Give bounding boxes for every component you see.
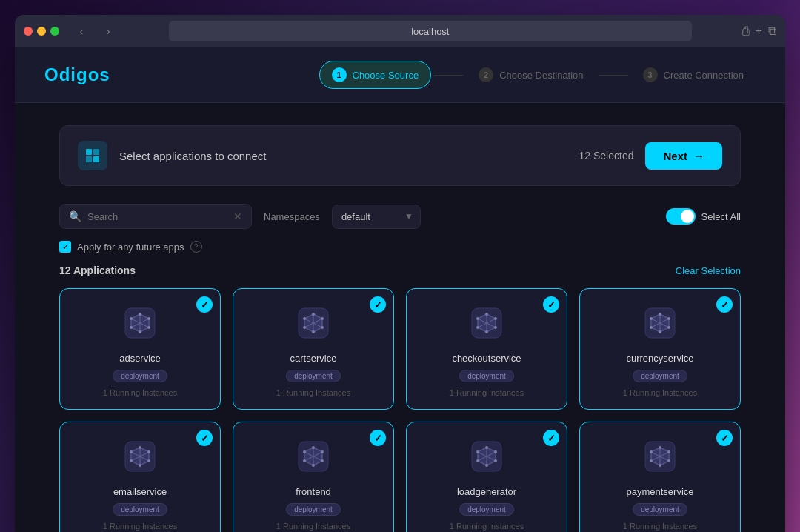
svg-point-56 xyxy=(667,450,670,453)
step-choose-source[interactable]: 1 Choose Source xyxy=(319,61,432,89)
svg-point-59 xyxy=(667,459,670,462)
svg-point-41 xyxy=(303,450,306,453)
app-name: loadgenerator xyxy=(457,486,516,497)
app-header: Odigos 1 Choose Source 2 Choose Destinat… xyxy=(15,47,785,103)
main-content: Select applications to connect 12 Select… xyxy=(15,103,785,532)
next-label: Next xyxy=(663,150,687,162)
svg-point-8 xyxy=(139,330,141,333)
app-badge: deployment xyxy=(633,503,687,516)
search-clear-icon[interactable]: ✕ xyxy=(233,210,242,222)
app-name: frontend xyxy=(296,486,331,497)
svg-point-52 xyxy=(494,459,497,462)
app-badge: deployment xyxy=(113,370,167,382)
search-box: 🔍 ✕ xyxy=(59,204,252,229)
app-instances: 1 Running Instances xyxy=(623,388,697,397)
namespace-select[interactable]: default kube-system monitoring xyxy=(332,205,421,229)
add-tab-icon[interactable]: + xyxy=(756,24,762,38)
minimize-button[interactable] xyxy=(37,27,46,36)
app-icon-wrapper xyxy=(294,437,333,479)
svg-point-33 xyxy=(139,446,141,449)
app-card[interactable]: ✓ paymentservice deployment 1 Running In… xyxy=(579,422,741,532)
search-icon: 🔍 xyxy=(69,210,81,222)
svg-point-9 xyxy=(130,326,133,329)
app-instances: 1 Running Instances xyxy=(623,522,697,531)
app-logo: Odigos xyxy=(44,64,110,85)
app-instances: 1 Running Instances xyxy=(103,522,177,531)
forward-button[interactable]: › xyxy=(98,21,119,41)
svg-point-24 xyxy=(494,326,497,329)
next-button[interactable]: Next → xyxy=(645,142,722,170)
filters-row: 🔍 ✕ Namespaces default kube-system monit… xyxy=(59,204,741,229)
svg-point-51 xyxy=(476,459,479,462)
check-badge: ✓ xyxy=(716,430,733,446)
svg-point-27 xyxy=(650,317,653,320)
step-1-label: Choose Source xyxy=(353,70,419,81)
svg-point-16 xyxy=(303,326,306,329)
search-input[interactable] xyxy=(87,211,227,222)
selection-text: Select applications to connect xyxy=(119,150,567,162)
clear-selection-link[interactable]: Clear Selection xyxy=(676,265,741,276)
svg-rect-3 xyxy=(93,156,99,162)
app-card[interactable]: ✓ frontend deployment 1 Running Instance… xyxy=(233,422,394,532)
svg-point-48 xyxy=(476,450,479,453)
step-create-connection[interactable]: 3 Create Connection xyxy=(631,61,756,88)
svg-point-58 xyxy=(650,459,653,462)
namespace-label: Namespaces xyxy=(264,211,320,222)
app-instances: 1 Running Instances xyxy=(450,522,524,531)
traffic-lights xyxy=(24,27,59,36)
app-badge: deployment xyxy=(459,370,514,382)
svg-point-23 xyxy=(476,326,479,329)
apps-count: 12 Applications xyxy=(59,265,136,276)
close-button[interactable] xyxy=(24,27,33,36)
svg-point-37 xyxy=(130,459,133,462)
svg-point-29 xyxy=(659,330,661,333)
svg-point-45 xyxy=(321,459,324,462)
app-instances: 1 Running Instances xyxy=(450,388,524,397)
step-1-number: 1 xyxy=(332,67,347,82)
maximize-button[interactable] xyxy=(50,27,59,36)
app-badge: deployment xyxy=(633,370,687,382)
app-card[interactable]: ✓ emailservice deployment 1 Running Inst… xyxy=(59,422,221,532)
app-name: paymentservice xyxy=(626,486,693,497)
app-card[interactable]: ✓ cartservice deployment 1 Running Insta… xyxy=(233,288,394,410)
app-name: adservice xyxy=(119,353,161,364)
app-icon-wrapper xyxy=(467,304,506,345)
svg-point-5 xyxy=(139,313,141,316)
step-choose-destination[interactable]: 2 Choose Destination xyxy=(467,61,595,88)
app-name: currencyservice xyxy=(626,353,693,364)
svg-point-35 xyxy=(147,450,150,453)
share-icon[interactable]: ⎙ xyxy=(742,24,750,38)
stepper: 1 Choose Source 2 Choose Destination 3 C… xyxy=(319,61,756,89)
select-all-toggle[interactable] xyxy=(666,208,696,225)
browser-controls: ‹ › xyxy=(71,21,119,41)
app-name: checkoutservice xyxy=(452,353,521,364)
svg-rect-1 xyxy=(93,149,99,155)
svg-point-40 xyxy=(312,446,315,449)
svg-point-44 xyxy=(303,459,306,462)
namespace-select-wrapper: default kube-system monitoring ▼ xyxy=(332,205,421,229)
svg-point-13 xyxy=(303,317,306,320)
app-icon-wrapper xyxy=(641,437,679,479)
app-card[interactable]: ✓ checkoutservice deployment 1 Running I… xyxy=(406,288,567,410)
app-card[interactable]: ✓ currencyservice deployment 1 Running I… xyxy=(579,288,741,410)
app-instances: 1 Running Instances xyxy=(276,388,350,397)
svg-rect-2 xyxy=(86,156,92,162)
tabs-icon[interactable]: ⧉ xyxy=(768,24,776,38)
back-button[interactable]: ‹ xyxy=(71,21,92,41)
app-badge: deployment xyxy=(113,503,167,516)
app-card[interactable]: ✓ loadgenerator deployment 1 Running Ins… xyxy=(406,422,567,532)
select-all-label: Select All xyxy=(701,211,741,222)
info-icon[interactable]: ? xyxy=(190,241,202,253)
address-bar[interactable]: localhost xyxy=(169,21,692,41)
app-card[interactable]: ✓ adservice deployment 1 Running Instanc… xyxy=(59,288,221,410)
app-instances: 1 Running Instances xyxy=(276,522,350,531)
check-badge: ✓ xyxy=(716,296,733,313)
browser-titlebar: ‹ › localhost ⎙ + ⧉ xyxy=(15,15,785,47)
svg-point-54 xyxy=(659,446,661,449)
browser-actions: ⎙ + ⧉ xyxy=(742,24,776,38)
app-icon-wrapper xyxy=(121,304,159,345)
svg-point-42 xyxy=(321,450,324,453)
step-2-label: Choose Destination xyxy=(499,70,583,81)
svg-point-57 xyxy=(659,464,661,467)
apply-future-checkbox[interactable]: ✓ xyxy=(59,241,71,253)
